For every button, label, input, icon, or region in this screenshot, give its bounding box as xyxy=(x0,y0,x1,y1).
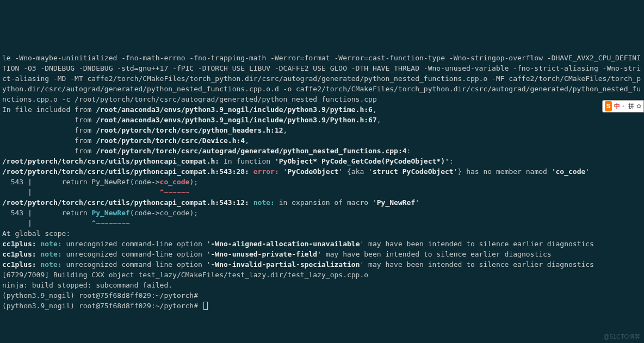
error-function-sig: 'PyObject* PyCode_GetCode(PyCodeObject*)… xyxy=(275,157,449,165)
include-from-prefix: from xyxy=(2,116,96,124)
include-trace-0-prefix: In file included from xyxy=(2,105,96,114)
note-tag: note: xyxy=(249,198,279,207)
warn-option-2: -Wno-unused-private-field xyxy=(211,250,318,258)
note-caret: ^~~~~~~~~ xyxy=(91,219,129,227)
build-progress-line: [6729/7009] Building CXX object test_laz… xyxy=(2,271,368,279)
include-path-1: /root/anaconda3/envs/python3.9_nogil/inc… xyxy=(96,116,377,124)
shell-prompt-1: (python3.9_nogil) root@75f68d8ff029:~/py… xyxy=(2,291,198,300)
error-tag: error: xyxy=(249,167,283,176)
ime-lang-cn[interactable]: 中 xyxy=(614,101,620,111)
include-path-4: /root/pytorch/torch/csrc/autograd/genera… xyxy=(96,147,406,155)
macro-highlight: Py_NewRef xyxy=(91,209,129,217)
ime-mode-pinyin[interactable]: 拼 xyxy=(628,101,634,111)
error-location-file: /root/pytorch/torch/csrc/utils/pythoncap… xyxy=(2,157,219,165)
note-macro-name: Py_NewRef xyxy=(377,198,415,207)
global-scope-label: At global scope: xyxy=(2,229,70,238)
ime-separator: •, xyxy=(622,101,626,111)
note-file-line: /root/pytorch/torch/csrc/utils/pythoncap… xyxy=(2,198,249,207)
error-missing-member: co_code xyxy=(556,167,586,176)
warn-option-3: -Wno-invalid-partial-specialization xyxy=(211,260,360,269)
code-snippet-2-prefix: 543 | return xyxy=(2,209,91,217)
code-snippet-1: 543 | return Py_NewRef(code-> xyxy=(2,178,160,186)
terminal-output: le -Wno-maybe-uninitialized -fno-math-er… xyxy=(0,41,644,312)
include-path-0: /root/anaconda3/envs/python3.9_nogil/inc… xyxy=(96,105,373,114)
ninja-failure: ninja: build stopped: subcommand failed. xyxy=(2,281,172,289)
error-file-line: /root/pytorch/torch/csrc/utils/pythoncap… xyxy=(2,167,249,176)
include-path-2: /root/pytorch/torch/csrc/python_headers.… xyxy=(96,126,283,134)
error-highlight-member: co_code xyxy=(160,178,190,186)
error-caret-1: ^~~~~~~ xyxy=(160,188,190,196)
watermark: @51CTO博客 xyxy=(604,332,641,342)
cursor[interactable] xyxy=(203,302,208,310)
compile-command: le -Wno-maybe-uninitialized -fno-math-er… xyxy=(2,54,641,103)
shell-prompt-2: (python3.9_nogil) root@75f68d8ff029:~/py… xyxy=(2,302,198,310)
ime-settings-icon[interactable]: ✿ xyxy=(636,101,641,111)
ime-logo-icon: S xyxy=(605,101,612,111)
warn-option-1: -Wno-aligned-allocation-unavailable xyxy=(211,240,360,248)
ime-toolbar[interactable]: S 中 •, 拼 ✿ xyxy=(602,100,644,113)
include-path-3: /root/pytorch/torch/csrc/Device.h:4 xyxy=(96,136,245,145)
cc1plus-tag: cc1plus: xyxy=(2,240,40,248)
